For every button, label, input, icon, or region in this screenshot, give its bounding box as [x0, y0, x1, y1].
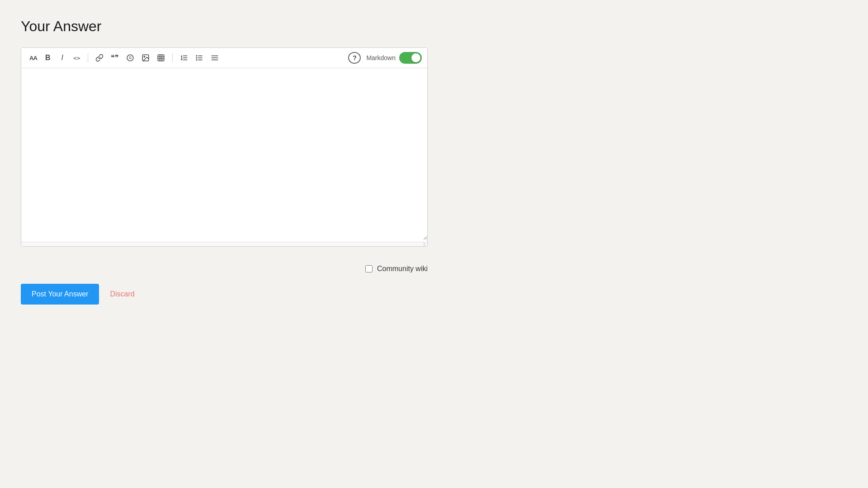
link-icon[interactable]: [93, 52, 106, 64]
help-icon[interactable]: ?: [348, 52, 361, 64]
bold-icon[interactable]: B: [42, 52, 54, 64]
unordered-list-icon[interactable]: [193, 52, 206, 64]
table-icon[interactable]: [154, 52, 168, 64]
svg-point-1: [144, 56, 145, 57]
svg-point-14: [196, 57, 197, 58]
editor-toolbar: AA B I <> ❝❞: [21, 48, 427, 68]
ordered-list-icon[interactable]: [177, 52, 191, 64]
blockquote-icon[interactable]: ❝❞: [108, 52, 122, 64]
answer-editor[interactable]: [21, 68, 427, 240]
community-wiki-label: Community wiki: [377, 265, 428, 273]
svg-rect-2: [158, 55, 164, 61]
resize-icon: ↕: [423, 241, 425, 247]
svg-point-13: [196, 56, 197, 56]
community-wiki-checkbox[interactable]: [365, 265, 373, 272]
svg-point-15: [196, 60, 197, 61]
post-answer-button[interactable]: Post Your Answer: [21, 284, 99, 305]
community-wiki-row: Community wiki: [21, 265, 428, 273]
actions-row: Post Your Answer Discard: [21, 284, 847, 305]
discard-button[interactable]: Discard: [110, 288, 134, 300]
toolbar-divider-2: [172, 53, 173, 62]
markdown-toggle-slider: [399, 52, 422, 64]
code-snippet-icon[interactable]: [123, 52, 137, 64]
image-icon[interactable]: [139, 52, 152, 64]
code-inline-icon[interactable]: <>: [71, 52, 83, 64]
italic-icon[interactable]: I: [56, 52, 69, 64]
editor-resize-handle[interactable]: ↕: [21, 242, 427, 246]
editor-container: AA B I <> ❝❞: [21, 47, 428, 247]
markdown-toggle[interactable]: [399, 52, 422, 64]
markdown-toggle-area: Markdown: [366, 52, 422, 64]
toolbar-divider-1: [88, 53, 88, 62]
page-title: Your Answer: [21, 18, 847, 35]
heading-icon[interactable]: AA: [27, 52, 40, 64]
indent-icon[interactable]: [208, 52, 222, 64]
markdown-label: Markdown: [366, 54, 396, 61]
